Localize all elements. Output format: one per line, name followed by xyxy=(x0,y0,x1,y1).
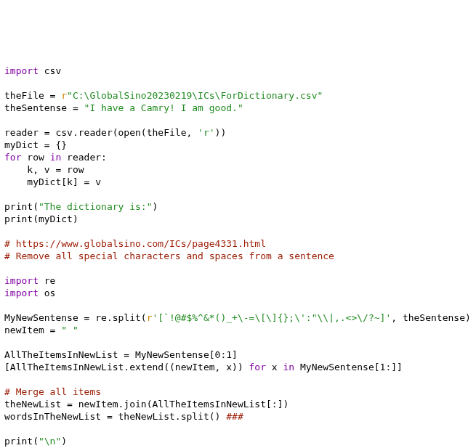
line: import re xyxy=(4,275,55,286)
line: print(myDict) xyxy=(4,213,78,224)
text: newItem = xyxy=(4,325,61,335)
text: [AllTheItemsInNewList.extend((newItem, x… xyxy=(4,362,249,372)
line: reader = csv.reader(open(theFile, 'r')) xyxy=(4,127,226,138)
kw-import: import xyxy=(4,275,39,286)
kw-in: in xyxy=(283,362,295,372)
comment-hash: ### xyxy=(226,411,243,422)
text: theSentense = xyxy=(4,102,84,113)
text: , theSentense) xyxy=(391,312,471,323)
line: k, v = row xyxy=(4,164,84,175)
text: reader = csv.reader(open(theFile, xyxy=(4,127,198,138)
line: wordsInTheNewList = theNewList.split() #… xyxy=(4,411,243,422)
kw-import: import xyxy=(4,65,39,76)
line: print("\n") xyxy=(4,436,67,447)
kw-for: for xyxy=(249,362,266,372)
mod-re: re xyxy=(39,275,55,286)
mod-csv: csv xyxy=(39,65,61,76)
string: '[`!@#$%^&*()_+\-=\[\]{};\':"\\|,.<>\/?~… xyxy=(153,312,392,323)
line: for row in reader: xyxy=(4,152,107,163)
code-block: import csv theFile = r"C:\GlobalSino2023… xyxy=(4,52,472,448)
line: theSentense = "I have a Camry! I am good… xyxy=(4,102,243,113)
line: AllTheItemsInNewList = MyNewSentense[0:1… xyxy=(4,349,238,360)
string: " " xyxy=(61,325,78,335)
text: reader: xyxy=(61,152,107,163)
text: wordsInTheNewList = theNewList.split() xyxy=(4,411,226,422)
string: "\n" xyxy=(39,436,61,447)
line: theNewList = newItem.join(AllTheItemsInN… xyxy=(4,399,289,410)
string: "The dictionary is:" xyxy=(39,201,153,212)
text: x xyxy=(266,362,283,372)
text: )) xyxy=(215,127,227,138)
string: "I have a Camry! I am good." xyxy=(84,102,243,113)
line: [AllTheItemsInNewList.extend((newItem, x… xyxy=(4,362,403,372)
line: import csv xyxy=(4,65,61,76)
text: MyNewSentense[1:]] xyxy=(294,362,403,372)
text: row xyxy=(21,152,49,163)
line: MyNewSentense = re.split(r'[`!@#$%^&*()_… xyxy=(4,312,471,323)
comment-url: # https://www.globalsino.com/ICs/page433… xyxy=(4,238,266,249)
kw-in: in xyxy=(50,152,62,163)
line: myDict[k] = v xyxy=(4,176,101,187)
text: theFile = xyxy=(4,90,61,101)
line: newItem = " " xyxy=(4,325,78,335)
line: myDict = {} xyxy=(4,139,67,150)
line: print("The dictionary is:") xyxy=(4,201,158,212)
text: print( xyxy=(4,201,39,212)
kw-for: for xyxy=(4,152,21,163)
comment: # Merge all items xyxy=(4,386,101,397)
line: theFile = r"C:\GlobalSino20230219\ICs\Fo… xyxy=(4,90,323,101)
text: ) xyxy=(153,201,158,212)
string: "C:\GlobalSino20230219\ICs\ForDictionary… xyxy=(67,90,323,101)
raw-prefix: r xyxy=(147,312,153,323)
text: MyNewSentense = re.split( xyxy=(4,312,147,323)
mod-os: os xyxy=(39,288,55,298)
kw-import: import xyxy=(4,288,39,298)
line: import os xyxy=(4,288,55,298)
string: 'r' xyxy=(198,127,214,138)
text: print( xyxy=(4,436,39,447)
raw-prefix: r xyxy=(61,90,67,101)
comment: # Remove all special characters and spac… xyxy=(4,251,334,261)
text: ) xyxy=(61,436,67,447)
